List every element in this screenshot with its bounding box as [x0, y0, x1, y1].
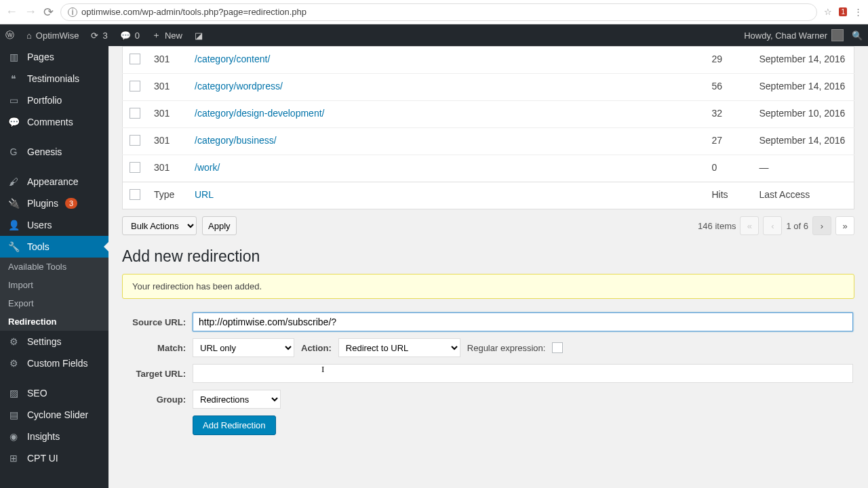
yoast-link[interactable]: ◪ — [195, 30, 203, 41]
first-page-button[interactable]: « — [740, 216, 759, 235]
customfields-icon: ⚙ — [7, 358, 20, 369]
insights-icon: ◉ — [7, 431, 20, 442]
last-page-button[interactable]: » — [835, 216, 854, 235]
table-row: 301/category/design-development/32Septem… — [123, 101, 854, 128]
comments-count: 0 — [135, 30, 140, 41]
row-checkbox[interactable] — [130, 108, 140, 119]
updates-link[interactable]: ⟳3 — [91, 30, 107, 41]
users-icon: 👤 — [7, 220, 20, 230]
bulk-actions-select[interactable]: Bulk Actions — [122, 216, 197, 235]
sidebar-item-label: Tools — [27, 241, 50, 252]
row-date: September 14, 2016 — [753, 128, 854, 155]
sidebar-item-pages[interactable]: ▥Pages — [0, 46, 108, 68]
forward-button[interactable]: → — [24, 5, 37, 19]
updates-count: 3 — [102, 30, 107, 41]
sidebar-item-insights[interactable]: ◉Insights — [0, 426, 108, 447]
submenu-item-export[interactable]: Export — [0, 294, 108, 312]
sidebar-item-testimonials[interactable]: ❝Testimonials — [0, 68, 108, 89]
wp-admin-bar: ⓦ ⌂OptimWise ⟳3 💬0 ＋New ◪ Howdy, Chad Wa… — [0, 24, 868, 46]
row-checkbox[interactable] — [130, 135, 140, 146]
tools-icon: 🔧 — [7, 241, 20, 252]
search-icon[interactable]: 🔍 — [852, 30, 863, 41]
testimonial-icon: ❝ — [7, 73, 20, 84]
redirection-form: Source URL: Match: URL only Action: Redi… — [122, 308, 854, 439]
row-checkbox[interactable] — [130, 81, 140, 92]
row-checkbox[interactable] — [130, 54, 140, 64]
col-hits: Hits — [705, 182, 753, 209]
star-icon[interactable]: ☆ — [824, 7, 832, 17]
row-url-link[interactable]: /category/wordpress/ — [195, 81, 283, 92]
wordpress-icon: ⓦ — [5, 29, 14, 41]
next-page-button[interactable]: › — [812, 216, 831, 235]
user-menu[interactable]: Howdy, Chad Warner — [744, 29, 844, 41]
wp-logo[interactable]: ⓦ — [5, 29, 14, 41]
row-url-link[interactable]: /category/content/ — [195, 54, 270, 64]
sidebar-item-cpt-ui[interactable]: ⊞CPT UI — [0, 447, 108, 469]
genesis-icon: G — [7, 146, 20, 157]
comments-link[interactable]: 💬0 — [120, 30, 140, 41]
row-type: 301 — [147, 155, 188, 182]
source-label: Source URL: — [123, 310, 191, 334]
extension-badge[interactable]: 1 — [839, 7, 847, 16]
admin-sidebar: ▥Pages❝Testimonials▭Portfolio💬CommentsGG… — [0, 46, 108, 488]
settings-icon: ⚙ — [7, 336, 20, 347]
avatar — [831, 29, 844, 41]
sidebar-item-label: Settings — [27, 336, 62, 347]
new-link[interactable]: ＋New — [152, 29, 182, 41]
back-button[interactable]: ← — [5, 5, 18, 19]
sidebar-item-label: Users — [27, 220, 52, 230]
sidebar-item-label: Genesis — [27, 146, 62, 157]
row-url-link[interactable]: /category/design-development/ — [195, 108, 324, 119]
row-date: September 14, 2016 — [753, 74, 854, 101]
target-url-input[interactable] — [193, 364, 853, 383]
plus-icon: ＋ — [152, 29, 161, 41]
row-type: 301 — [147, 74, 188, 101]
sidebar-item-cyclone-slider[interactable]: ▤Cyclone Slider — [0, 404, 108, 426]
slider-icon: ▤ — [7, 409, 20, 420]
info-icon: i — [68, 7, 77, 17]
sidebar-item-settings[interactable]: ⚙Settings — [0, 331, 108, 352]
col-url[interactable]: URL — [188, 182, 705, 209]
submenu-item-import[interactable]: Import — [0, 276, 108, 294]
sidebar-item-users[interactable]: 👤Users — [0, 214, 108, 236]
regex-checkbox[interactable] — [552, 342, 563, 353]
source-url-input[interactable] — [193, 312, 853, 331]
sidebar-item-appearance[interactable]: 🖌Appearance — [0, 171, 108, 192]
row-type: 301 — [147, 47, 188, 74]
plugins-icon: 🔌 — [7, 198, 20, 209]
match-select[interactable]: URL only — [193, 338, 294, 357]
action-select[interactable]: Redirect to URL — [338, 338, 460, 357]
sidebar-item-comments[interactable]: 💬Comments — [0, 111, 108, 133]
row-url-link[interactable]: /work/ — [195, 162, 220, 173]
sidebar-item-plugins[interactable]: 🔌Plugins 3 — [0, 192, 108, 214]
regex-label: Regular expression: — [467, 343, 546, 353]
url-bar[interactable]: i optimwise.com/wp-admin/tools.php?page=… — [60, 3, 817, 21]
sidebar-item-custom-fields[interactable]: ⚙Custom Fields — [0, 352, 108, 374]
row-checkbox[interactable] — [130, 162, 140, 173]
reload-button[interactable]: ⟳ — [43, 5, 54, 20]
sidebar-item-seo[interactable]: ▨SEO — [0, 382, 108, 404]
sidebar-item-label: Portfolio — [27, 95, 62, 106]
group-select[interactable]: Redirections — [193, 390, 281, 409]
apply-button[interactable]: Apply — [202, 216, 237, 235]
submenu-item-redirection[interactable]: Redirection — [0, 312, 108, 331]
sidebar-item-tools[interactable]: 🔧Tools — [0, 236, 108, 258]
sidebar-item-portfolio[interactable]: ▭Portfolio — [0, 89, 108, 111]
site-link[interactable]: ⌂OptimWise — [26, 30, 79, 41]
row-url-link[interactable]: /category/business/ — [195, 135, 277, 146]
tablenav: Bulk Actions Apply 146 items « ‹ 1 of 6 … — [122, 216, 854, 235]
row-date: September 10, 2016 — [753, 101, 854, 128]
row-hits: 29 — [705, 47, 753, 74]
col-date: Last Access — [753, 182, 854, 209]
group-label: Group: — [123, 387, 191, 411]
menu-icon[interactable]: ⋮ — [854, 7, 863, 17]
prev-page-button[interactable]: ‹ — [763, 216, 782, 235]
add-redirection-button[interactable]: Add Redirection — [193, 415, 276, 435]
sidebar-item-genesis[interactable]: GGenesis — [0, 141, 108, 163]
sidebar-item-label: SEO — [27, 388, 47, 399]
submenu-item-available-tools[interactable]: Available Tools — [0, 258, 108, 276]
sidebar-item-label: Pages — [27, 52, 54, 62]
select-all-footer[interactable] — [130, 189, 140, 200]
sidebar-item-label: Comments — [27, 117, 73, 127]
url-text: optimwise.com/wp-admin/tools.php?page=re… — [81, 7, 307, 17]
